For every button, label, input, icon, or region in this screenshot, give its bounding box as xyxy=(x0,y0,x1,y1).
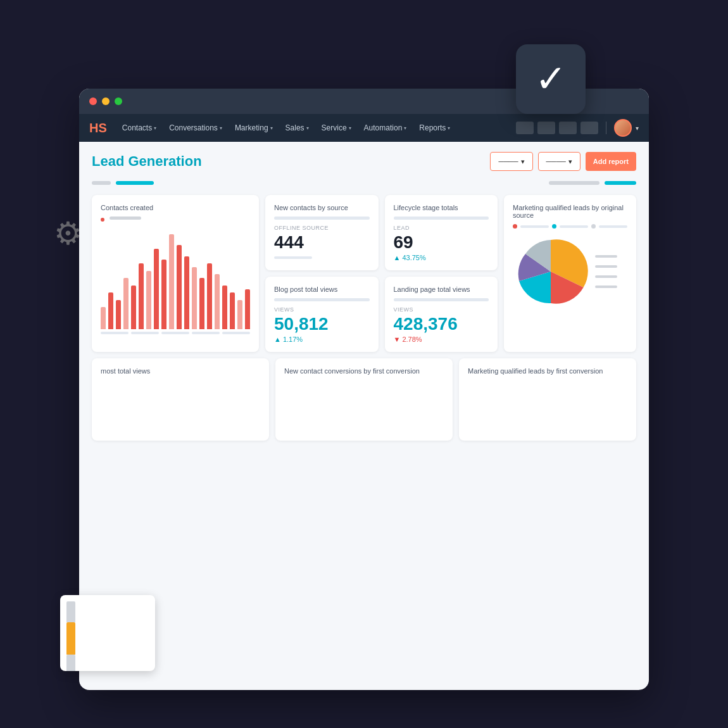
new-contacts-source-title: New contacts by source xyxy=(274,204,370,211)
add-report-button[interactable]: Add report xyxy=(586,152,636,171)
dashboard-header: Lead Generation ──── ▾ ──── ▾ Add report xyxy=(92,152,636,171)
triangle-down-icon: ▼ xyxy=(394,336,401,343)
compare-filter-button[interactable]: ──── ▾ xyxy=(538,152,581,171)
date-filter-button[interactable]: ──── ▾ xyxy=(490,152,532,171)
bar-5 xyxy=(139,263,144,329)
nav-icon-settings[interactable] xyxy=(559,122,577,134)
bar-0 xyxy=(101,307,106,329)
bar-17 xyxy=(230,292,235,329)
deco-bar-0 xyxy=(66,601,75,622)
mql-conversions-card: Marketing qualified leads by first conve… xyxy=(459,358,636,441)
traffic-light-yellow[interactable] xyxy=(102,97,110,105)
bar-3 xyxy=(123,278,129,329)
chevron-down-icon: ▾ xyxy=(154,125,156,131)
traffic-light-green[interactable] xyxy=(115,97,122,105)
nav-item-sales[interactable]: Sales ▾ xyxy=(280,121,314,135)
pie-chart xyxy=(513,234,589,310)
dashboard-content: Lead Generation ──── ▾ ──── ▾ Add report xyxy=(79,142,649,451)
nav-item-marketing[interactable]: Marketing ▾ xyxy=(230,121,278,135)
nav-item-reports[interactable]: Reports ▾ xyxy=(414,121,455,135)
bottom-bar-chart xyxy=(101,380,260,430)
blog-views-change: ▲ 1.17% xyxy=(274,336,370,343)
pie-dot-3 xyxy=(591,224,596,229)
gear-decoration-icon: ⚙ xyxy=(54,215,92,253)
stage-change: ▲ 43.75% xyxy=(394,254,489,261)
pie-chart-wrapper xyxy=(513,234,627,310)
date-placeholder-right xyxy=(549,181,599,185)
contact-conversions-card: New contact conversions by first convers… xyxy=(275,358,453,441)
nav-icon-help[interactable] xyxy=(537,122,555,134)
contacts-created-card: Contacts created xyxy=(92,195,259,352)
traffic-light-red[interactable] xyxy=(89,97,97,105)
bottom-grid: most total views New contact conversions… xyxy=(92,358,636,441)
card-legend xyxy=(101,217,250,222)
bar-14 xyxy=(207,263,212,329)
contacts-bar-chart xyxy=(101,228,250,329)
legend-dot-red xyxy=(101,218,104,222)
deco-bar-1 xyxy=(66,622,75,655)
lifecycle-title: Lifecycle stage totals xyxy=(394,204,489,211)
blog-views-card: Blog post total views VIEWS 50,812 ▲ 1.1… xyxy=(265,277,379,352)
date-bar-placeholder xyxy=(92,181,111,185)
bar-11 xyxy=(184,256,189,329)
blog-views-label: VIEWS xyxy=(274,306,370,313)
check-badge: ✓ xyxy=(516,44,586,114)
date-indicator-right xyxy=(605,181,636,185)
most-views-title: most total views xyxy=(101,367,260,375)
nav-item-automation[interactable]: Automation ▾ xyxy=(359,121,412,135)
new-contacts-source-card: New contacts by source OFFLINE SOURCE 44… xyxy=(265,195,379,270)
checkmark-icon: ✓ xyxy=(535,60,567,98)
bar-7 xyxy=(154,249,159,329)
nav-icon-search[interactable] xyxy=(516,122,534,134)
bar-19 xyxy=(245,289,250,329)
mql-source-card: Marketing qualified leads by original so… xyxy=(504,195,636,352)
deco-bar-2 xyxy=(66,655,75,671)
mql-source-title: Marketing qualified leads by original so… xyxy=(513,204,627,219)
bar-16 xyxy=(222,286,227,329)
chevron-down-icon: ▾ xyxy=(448,125,450,131)
chevron-down-icon: ▾ xyxy=(306,125,309,131)
contacts-created-title: Contacts created xyxy=(101,204,250,211)
bar-1 xyxy=(108,292,113,329)
bar-chart-decoration xyxy=(60,595,155,671)
x-axis-labels xyxy=(101,332,250,334)
bar-8 xyxy=(161,260,166,329)
nav-icon-notifications[interactable] xyxy=(581,122,598,134)
hubspot-logo[interactable]: HS xyxy=(89,121,107,135)
browser-window: HS Contacts ▾ Conversations ▾ Marketing … xyxy=(79,89,649,690)
landing-page-views-card: Landing page total views VIEWS 428,376 ▼… xyxy=(385,277,498,352)
mql-conversions-title: Marketing qualified leads by first conve… xyxy=(468,367,627,375)
bar-2 xyxy=(116,300,121,329)
bar-18 xyxy=(237,300,242,329)
cards-grid: Contacts created New contacts b xyxy=(92,195,636,352)
triangle-up-icon: ▲ xyxy=(394,254,401,261)
conversions-title: New contact conversions by first convers… xyxy=(284,367,444,375)
blog-views-value: 50,812 xyxy=(274,315,370,333)
navbar: HS Contacts ▾ Conversations ▾ Marketing … xyxy=(79,114,649,142)
pie-side-labels xyxy=(595,255,617,288)
chevron-down-icon: ▾ xyxy=(270,125,273,131)
bar-12 xyxy=(192,267,197,329)
blog-views-title: Blog post total views xyxy=(274,286,370,293)
bar-9 xyxy=(169,234,174,329)
date-indicator xyxy=(116,181,154,185)
bar-6 xyxy=(146,271,151,329)
legend-text xyxy=(110,217,141,220)
bar-10 xyxy=(177,245,182,329)
landing-page-title: Landing page total views xyxy=(394,286,489,293)
bar-13 xyxy=(199,278,204,329)
nav-item-service[interactable]: Service ▾ xyxy=(317,121,356,135)
chevron-down-icon: ▾ xyxy=(404,125,406,131)
nav-item-contacts[interactable]: Contacts ▾ xyxy=(117,121,161,135)
source-label: OFFLINE SOURCE xyxy=(274,225,370,231)
stage-value: 69 xyxy=(394,234,489,251)
nav-item-conversations[interactable]: Conversations ▾ xyxy=(164,121,227,135)
source-metric-bar xyxy=(274,256,312,259)
user-avatar[interactable] xyxy=(614,119,632,137)
lifecycle-stage-card: Lifecycle stage totals LEAD 69 ▲ 43.75% xyxy=(385,195,498,270)
nav-icons: ▾ xyxy=(516,119,639,137)
avatar-chevron-icon[interactable]: ▾ xyxy=(636,125,639,132)
landing-views-value: 428,376 xyxy=(394,315,489,333)
most-views-card: most total views xyxy=(92,358,269,441)
bar-4 xyxy=(131,286,136,329)
